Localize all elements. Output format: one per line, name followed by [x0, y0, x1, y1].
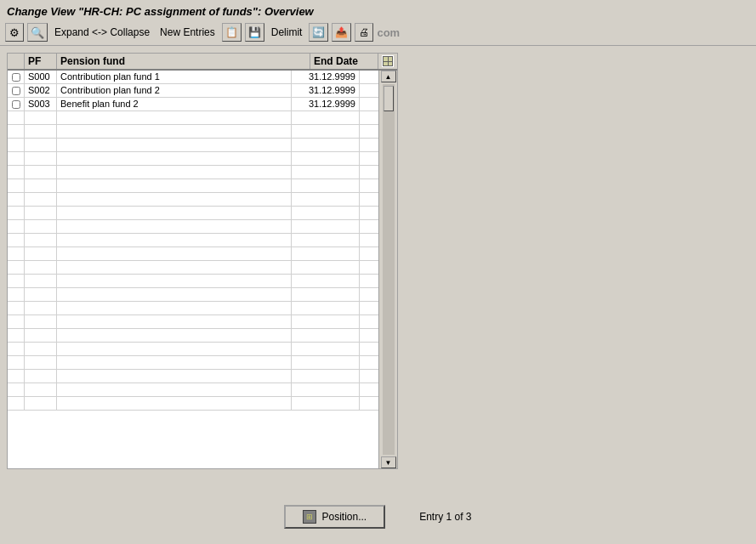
row-end-date [292, 343, 360, 355]
row-pension-fund: Contribution plan fund 2 [57, 84, 292, 97]
table-row[interactable] [8, 111, 378, 125]
scroll-down-btn[interactable]: ▼ [381, 456, 396, 468]
row-checkbox[interactable] [8, 288, 25, 301]
row-pf: S000 [25, 71, 57, 83]
row-checkbox[interactable] [8, 139, 25, 151]
table-row[interactable] [8, 179, 378, 193]
print-icon-btn[interactable]: 🖨 [355, 23, 373, 42]
print-icon: 🖨 [359, 26, 369, 38]
row-icon [360, 193, 378, 206]
table-row[interactable] [8, 193, 378, 207]
row-end-date [292, 275, 360, 287]
settings-icon-btn[interactable]: ⚙ [5, 23, 24, 42]
row-checkbox[interactable] [8, 220, 25, 233]
row-checkbox[interactable] [8, 275, 25, 287]
row-checkbox[interactable] [8, 234, 25, 246]
export-icon-btn[interactable]: 📤 [332, 23, 351, 42]
table-row[interactable]: S003Benefit plan fund 231.12.9999 [8, 98, 378, 111]
row-icon [360, 125, 378, 138]
table-row[interactable] [8, 329, 378, 343]
row-pension-fund [57, 343, 292, 355]
row-checkbox[interactable] [8, 356, 25, 369]
row-pf [25, 111, 57, 124]
row-checkbox[interactable] [8, 166, 25, 178]
row-pf [25, 343, 57, 355]
row-end-date [292, 370, 360, 382]
row-checkbox[interactable] [8, 207, 25, 219]
row-checkbox[interactable] [8, 193, 25, 206]
table-row[interactable] [8, 343, 378, 356]
search-icon-btn[interactable]: 🔍 [27, 23, 48, 42]
row-checkbox[interactable] [8, 343, 25, 355]
row-checkbox[interactable] [8, 329, 25, 342]
position-button[interactable]: ⊞ Position... [284, 505, 385, 529]
header-icon-col [378, 54, 397, 69]
save-icon-btn[interactable]: 💾 [245, 23, 264, 42]
row-icon [360, 315, 378, 328]
row-checkbox[interactable] [8, 383, 25, 396]
delimit-btn[interactable]: Delimit [268, 25, 306, 40]
table-row[interactable] [8, 397, 378, 411]
row-checkbox[interactable] [8, 315, 25, 328]
row-checkbox[interactable] [8, 302, 25, 314]
refresh-icon-btn[interactable]: 🔄 [309, 23, 328, 42]
row-icon [360, 329, 378, 342]
row-checkbox[interactable] [8, 71, 25, 83]
row-checkbox[interactable] [8, 98, 25, 110]
table-row[interactable] [8, 275, 378, 288]
table-row[interactable] [8, 261, 378, 275]
table-row[interactable] [8, 139, 378, 152]
table-row[interactable] [8, 288, 378, 302]
row-pension-fund [57, 207, 292, 219]
row-icon [360, 234, 378, 246]
row-pension-fund [57, 370, 292, 382]
scroll-up-btn[interactable]: ▲ [381, 71, 396, 82]
row-checkbox[interactable] [8, 261, 25, 274]
row-checkbox[interactable] [8, 247, 25, 260]
row-pf [25, 356, 57, 369]
row-checkbox[interactable] [8, 111, 25, 124]
row-checkbox[interactable] [8, 370, 25, 382]
row-pf [25, 329, 57, 342]
row-icon [360, 288, 378, 301]
scroll-thumb[interactable] [384, 86, 394, 111]
table-row[interactable] [8, 125, 378, 139]
table-row[interactable]: S000Contribution plan fund 131.12.9999 [8, 71, 378, 84]
expand-collapse-btn[interactable]: Expand <-> Collapse [51, 25, 153, 40]
row-icon [360, 84, 378, 97]
column-settings-icon[interactable] [382, 55, 394, 67]
row-icon [360, 98, 378, 110]
table-scrollbar[interactable]: ▲ ▼ [378, 71, 397, 468]
brand-text: com [377, 26, 400, 39]
table-row[interactable] [8, 234, 378, 247]
row-checkbox[interactable] [8, 179, 25, 192]
table-row[interactable] [8, 370, 378, 383]
search-icon: 🔍 [31, 27, 44, 38]
row-checkbox[interactable] [8, 152, 25, 165]
table-row[interactable]: S002Contribution plan fund 231.12.9999 [8, 84, 378, 98]
header-pf: PF [25, 54, 57, 69]
row-icon [360, 302, 378, 314]
table-row[interactable] [8, 302, 378, 315]
row-checkbox[interactable] [8, 125, 25, 138]
table-row[interactable] [8, 152, 378, 166]
row-pf [25, 207, 57, 219]
row-end-date [292, 207, 360, 219]
table-row[interactable] [8, 383, 378, 397]
row-end-date [292, 139, 360, 151]
row-checkbox[interactable] [8, 84, 25, 97]
copy-icon-btn[interactable]: 📋 [222, 23, 242, 42]
table-row[interactable] [8, 315, 378, 329]
table-row[interactable] [8, 356, 378, 370]
table-body: S000Contribution plan fund 131.12.9999S0… [8, 71, 378, 468]
table-row[interactable] [8, 207, 378, 220]
table-row[interactable] [8, 166, 378, 179]
export-icon: 📤 [335, 26, 348, 38]
new-entries-btn[interactable]: New Entries [156, 25, 219, 40]
table-row[interactable] [8, 247, 378, 261]
main-window: Change View "HR-CH: PC assignment of fun… [0, 0, 756, 544]
row-checkbox[interactable] [8, 397, 25, 410]
row-end-date [292, 261, 360, 274]
table-row[interactable] [8, 220, 378, 234]
row-pension-fund [57, 125, 292, 138]
